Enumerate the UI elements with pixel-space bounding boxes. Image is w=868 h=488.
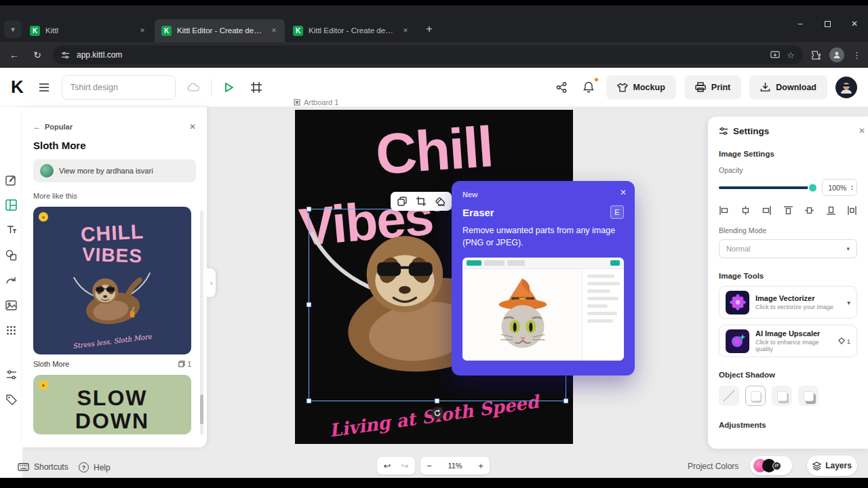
zoom-in-button[interactable]: +: [472, 461, 490, 471]
shadow-option-2[interactable]: [772, 386, 792, 406]
tool-text-button[interactable]: [4, 222, 19, 237]
distribute-icon[interactable]: [847, 205, 857, 216]
browser-tab-2-active[interactable]: K Kittl Editor - Create designs tha ✕: [155, 19, 285, 42]
back-button[interactable]: ←: [7, 49, 22, 60]
browser-tab-3[interactable]: K Kittl Editor - Create designs tha ✕: [286, 19, 416, 42]
panel-collapse-handle[interactable]: ›: [207, 268, 216, 297]
image-tools-label: Image Tools: [719, 272, 857, 280]
template-thumbnail-slow-down[interactable]: ● SLOW DOWN: [33, 375, 191, 434]
ai-upscaler-card[interactable]: AI Image Upscaler Click to enhance image…: [719, 325, 857, 357]
share-button[interactable]: [552, 78, 571, 97]
shortcuts-button[interactable]: Shortcuts: [18, 462, 68, 472]
shadow-option-3[interactable]: [798, 386, 818, 406]
tool-templates-button[interactable]: [4, 197, 19, 212]
settings-close-icon[interactable]: ✕: [859, 126, 865, 136]
align-top-icon[interactable]: [783, 205, 793, 216]
user-avatar[interactable]: [835, 77, 857, 98]
collection-title: Sloth More: [33, 140, 196, 151]
tool-edit-button[interactable]: [4, 172, 19, 187]
design-title-input[interactable]: [62, 75, 176, 100]
crop-button[interactable]: [413, 194, 429, 209]
refresh-button[interactable]: ↻: [30, 49, 45, 60]
undo-button[interactable]: ↩: [380, 461, 395, 471]
opacity-label: Opacity: [719, 166, 857, 174]
tool-shapes-button[interactable]: [4, 247, 19, 262]
popup-title-row: Eraser E: [462, 205, 624, 219]
browser-address-bar: ← ↻ app.kittl.com ☆ ⋮: [0, 42, 868, 68]
panel-back-label[interactable]: Popular: [45, 123, 73, 131]
browser-tab-1[interactable]: K Kittl ✕: [23, 19, 153, 42]
layers-button[interactable]: Layers: [807, 455, 857, 476]
tool-elements-button[interactable]: [4, 323, 19, 338]
align-right-icon[interactable]: [762, 205, 772, 216]
artboard-frame-button[interactable]: [247, 78, 266, 97]
tab-close-icon[interactable]: ✕: [269, 25, 279, 36]
zoom-level[interactable]: 11%: [438, 462, 472, 470]
extensions-icon[interactable]: [811, 50, 821, 60]
download-button[interactable]: Download: [749, 75, 827, 100]
scrollbar-thumb[interactable]: [200, 394, 203, 424]
window-close-button[interactable]: ✕: [841, 5, 868, 42]
site-settings-icon[interactable]: [61, 51, 70, 60]
redo-button[interactable]: ↪: [397, 461, 412, 471]
shadow-option-1-selected[interactable]: [745, 386, 766, 406]
notifications-button[interactable]: [579, 78, 598, 97]
blending-mode-select[interactable]: Normal ▾: [719, 239, 857, 258]
tool-brand-button[interactable]: [4, 392, 19, 407]
bookmark-star-icon[interactable]: ☆: [787, 50, 795, 60]
tab-close-icon[interactable]: ✕: [400, 25, 411, 36]
omnibox[interactable]: app.kittl.com ☆: [53, 45, 803, 64]
animate-play-button[interactable]: [220, 78, 239, 97]
panel-scrollbar[interactable]: [200, 210, 203, 435]
mockup-button[interactable]: Mockup: [606, 75, 676, 100]
view-more-button[interactable]: View more by ardhana isvari: [33, 159, 196, 182]
swap-colors-icon[interactable]: ⇄: [772, 462, 781, 470]
popup-close-icon[interactable]: ✕: [620, 188, 627, 197]
preview-line: [587, 274, 614, 278]
tool-transform-button[interactable]: [4, 272, 19, 287]
align-center-horizontal-icon[interactable]: [741, 205, 751, 216]
tool-expand-chevron[interactable]: ▾: [847, 299, 850, 306]
browser-menu-icon[interactable]: ⋮: [852, 50, 861, 60]
tool-settings-button[interactable]: [4, 367, 19, 382]
align-left-icon[interactable]: [719, 205, 729, 216]
project-colors-widget[interactable]: ⇄: [750, 456, 792, 475]
window-maximize-button[interactable]: [814, 5, 841, 42]
print-button[interactable]: Print: [684, 75, 741, 100]
help-button[interactable]: ? Help: [79, 462, 111, 472]
dots-grid-icon: [6, 325, 16, 336]
zoom-out-button[interactable]: −: [420, 461, 438, 471]
thumbnail-caption[interactable]: Sloth More: [33, 360, 69, 368]
tool-photos-button[interactable]: [4, 298, 19, 312]
panel-close-icon[interactable]: ✕: [189, 122, 196, 131]
new-tab-button[interactable]: +: [420, 20, 438, 38]
window-minimize-button[interactable]: –: [787, 5, 814, 42]
eraser-button[interactable]: [432, 194, 448, 209]
main-menu-button[interactable]: [35, 78, 54, 97]
toolbar-divider: [211, 79, 212, 96]
align-center-vertical-icon[interactable]: [804, 205, 814, 216]
url-text[interactable]: app.kittl.com: [77, 50, 764, 60]
align-bottom-icon[interactable]: [826, 205, 836, 216]
opacity-slider[interactable]: [719, 186, 815, 189]
browser-profile-avatar[interactable]: [829, 47, 844, 62]
kittl-logo[interactable]: K: [11, 77, 24, 98]
duplicate-button[interactable]: [394, 194, 410, 209]
opacity-control: 100% ▴ ▾: [719, 179, 857, 196]
hamburger-icon: [39, 83, 50, 92]
stepper-down-icon[interactable]: ▾: [851, 188, 853, 191]
shadow-none-option[interactable]: [719, 386, 739, 406]
opacity-slider-knob[interactable]: [809, 184, 816, 191]
image-vectorizer-card[interactable]: Image Vectorizer Click to vectorize your…: [719, 286, 857, 319]
tab-search-button[interactable]: ▾: [4, 20, 22, 38]
template-thumbnail-chill-vibes[interactable]: ● CHILL VIBES Stress less, Sloth More: [33, 207, 191, 354]
tab-close-icon[interactable]: ✕: [137, 25, 148, 36]
opacity-value-box[interactable]: 100% ▴ ▾: [822, 179, 857, 196]
install-app-icon[interactable]: [770, 51, 780, 59]
question-icon: ?: [79, 462, 89, 472]
opacity-stepper[interactable]: ▴ ▾: [851, 184, 853, 191]
panel-back-button[interactable]: ←: [33, 123, 41, 131]
pencil-square-icon: [5, 174, 17, 186]
preview-line: [587, 282, 620, 285]
artboard-label[interactable]: Artboard 1: [294, 98, 338, 106]
